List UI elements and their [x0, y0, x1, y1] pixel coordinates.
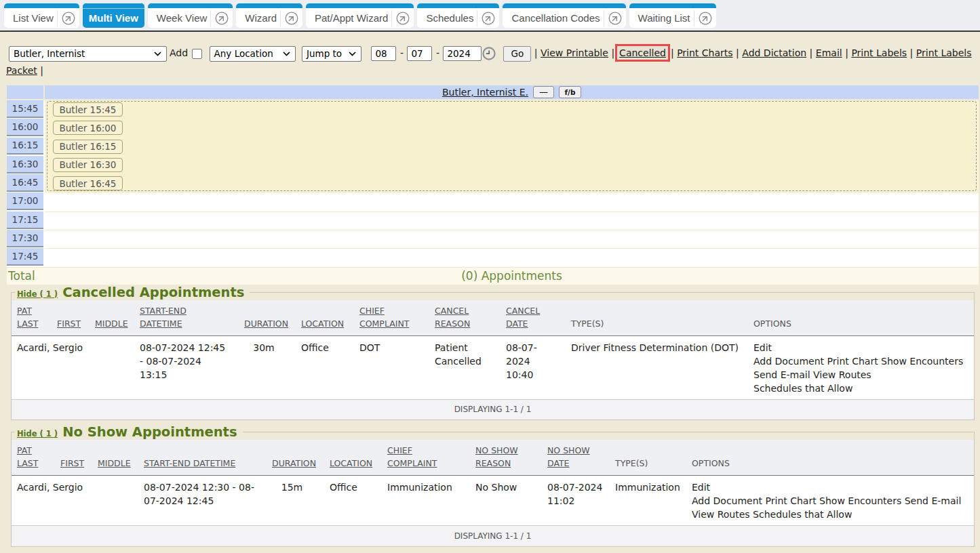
tab-multi-view[interactable]: Multi View — [83, 3, 144, 28]
col-cancel-reason: CANCEL REASON — [429, 300, 501, 336]
col-first: FIRST — [55, 440, 92, 476]
provider-select[interactable]: Butler, Internist — [9, 46, 167, 62]
tab-schedules[interactable]: Schedules — [417, 3, 499, 28]
sort-location[interactable]: LOCATION — [330, 458, 372, 468]
cell-datetime: 08-07-2024 12:45 - 08-07-2024 13:15 — [134, 335, 239, 399]
fb-button[interactable]: f/b — [559, 86, 581, 98]
cancelled-link[interactable]: Cancelled — [619, 47, 666, 58]
hide-cancelled-link[interactable]: Hide ( 1 ) — [17, 289, 58, 299]
tab-cancellation-codes[interactable]: Cancellation Codes — [503, 3, 625, 28]
col-middle: MIDDLE — [92, 440, 138, 476]
go-button[interactable]: Go — [503, 46, 531, 62]
sort-cancel-date[interactable]: CANCEL DATE — [506, 306, 540, 329]
empty-slot-row[interactable] — [45, 230, 979, 248]
tab-wizard[interactable]: Wizard — [236, 3, 302, 28]
tab-divider — [391, 10, 392, 26]
cell-options[interactable]: Edit Add Document Print Chart Show Encou… — [748, 335, 974, 399]
clock-icon[interactable] — [482, 47, 496, 60]
provider-link[interactable]: Butler, Internist E. — [442, 87, 528, 98]
email-link[interactable]: Email — [816, 47, 842, 58]
slot-button[interactable]: Butler 16:30 — [53, 158, 123, 172]
open-in-new-window-icon[interactable] — [608, 12, 622, 25]
chevron-down-icon — [283, 52, 290, 56]
sort-middle[interactable]: MIDDLE — [95, 319, 128, 329]
sort-noshow-date[interactable]: NO SHOW DATE — [547, 445, 590, 468]
open-in-new-window-icon[interactable] — [699, 12, 712, 25]
sort-location[interactable]: LOCATION — [301, 319, 344, 329]
sort-datetime[interactable]: START-END DATETIME — [144, 458, 235, 468]
print-charts-link[interactable]: Print Charts — [677, 47, 732, 58]
time-label: 17:15 — [7, 211, 43, 229]
hide-noshow-link[interactable]: Hide ( 1 ) — [17, 429, 58, 438]
add-checkbox[interactable] — [192, 49, 202, 59]
date-month-input[interactable] — [371, 46, 396, 61]
cancelled-appointments-section: Hide ( 1 ) Cancelled Appointments PAT LA… — [11, 285, 975, 421]
sort-chief-complaint[interactable]: CHIEF COMPLAINT — [359, 306, 409, 329]
tab-divider — [280, 10, 281, 26]
open-in-new-window-icon[interactable] — [482, 12, 495, 25]
cancelled-table-footer: DISPLAYING 1-1 / 1 — [12, 399, 974, 419]
add-dictation-link[interactable]: Add Dictation — [742, 47, 806, 58]
sort-first[interactable]: FIRST — [57, 319, 81, 329]
tab-label: List View — [13, 12, 54, 24]
sort-datetime[interactable]: START-END DATETIME — [140, 306, 187, 329]
location-select-value: Any Location — [214, 45, 273, 62]
tab-pat-appt-wizard[interactable]: Pat/Appt Wizard — [306, 3, 414, 28]
cancelled-section-title: Cancelled Appointments — [62, 285, 244, 300]
sort-cancel-reason[interactable]: CANCEL REASON — [435, 306, 470, 329]
cell-cancel-reason: Patient Cancelled — [429, 335, 501, 399]
col-pat-last: PAT LAST — [12, 300, 52, 336]
total-label: Total — [7, 269, 43, 283]
cell-middle — [92, 476, 138, 526]
col-options: OPTIONS — [748, 300, 974, 336]
cell-pat-last: Acardi, Sergio — [12, 476, 55, 526]
link-separator: | — [671, 47, 674, 58]
print-labels-link[interactable]: Print Labels — [851, 47, 907, 58]
sort-pat-last[interactable]: PAT LAST — [17, 445, 38, 468]
slot-button[interactable]: Butler 16:15 — [53, 140, 123, 154]
col-middle: MIDDLE — [90, 300, 134, 336]
slot-button[interactable]: Butler 16:00 — [53, 121, 123, 135]
jump-to-select[interactable]: Jump to — [302, 46, 361, 62]
tab-week-view[interactable]: Week View — [148, 3, 233, 28]
slot-button[interactable]: Butler 16:45 — [53, 176, 123, 190]
sort-noshow-reason[interactable]: NO SHOW REASON — [475, 445, 518, 468]
available-slot-block-border: Butler 15:45 Butler 16:00 Butler 16:15 B… — [47, 101, 977, 191]
tab-label: Schedules — [426, 12, 473, 24]
sort-first[interactable]: FIRST — [60, 458, 84, 468]
location-select[interactable]: Any Location — [210, 46, 296, 62]
tab-label: Wizard — [245, 12, 277, 24]
tab-list-view[interactable]: List View — [4, 3, 79, 28]
cancelled-link-highlight: Cancelled — [615, 44, 670, 62]
total-appointments: (0) Appointments — [45, 269, 979, 283]
open-in-new-window-icon[interactable] — [215, 12, 229, 25]
cell-noshow-reason: No Show — [470, 476, 542, 526]
minimize-column-button[interactable]: — — [533, 86, 554, 98]
add-label: Add — [170, 47, 188, 58]
tab-divider — [694, 10, 694, 26]
open-in-new-window-icon[interactable] — [285, 12, 298, 25]
tab-divider — [477, 10, 477, 26]
cell-types: Immunization — [610, 476, 686, 526]
cell-options[interactable]: Edit Add Document Print Chart Show Encou… — [686, 476, 974, 526]
empty-slot-row[interactable] — [45, 193, 979, 211]
sort-chief-complaint[interactable]: CHIEF COMPLAINT — [387, 445, 437, 468]
col-first: FIRST — [52, 300, 90, 336]
empty-slot-row[interactable] — [45, 211, 979, 230]
sort-middle[interactable]: MIDDLE — [98, 458, 131, 468]
tab-waiting-list[interactable]: Waiting List — [629, 3, 716, 28]
sort-duration[interactable]: DURATION — [272, 458, 316, 468]
view-printable-link[interactable]: View Printable — [541, 47, 608, 58]
empty-slot-row[interactable] — [45, 248, 979, 266]
open-in-new-window-icon[interactable] — [396, 12, 410, 25]
cell-chief-complaint: DOT — [354, 335, 429, 399]
slot-button[interactable]: Butler 15:45 — [53, 102, 123, 117]
col-noshow-date: NO SHOW DATE — [542, 440, 610, 476]
date-day-input[interactable] — [407, 46, 432, 61]
date-year-input[interactable] — [443, 46, 482, 61]
sort-pat-last[interactable]: PAT LAST — [17, 306, 38, 329]
sort-duration[interactable]: DURATION — [244, 319, 288, 329]
link-separator: | — [40, 65, 43, 76]
open-in-new-window-icon[interactable] — [62, 12, 75, 25]
cancelled-table-header-row: PAT LAST FIRST MIDDLE START-END DATETIME… — [12, 300, 974, 336]
